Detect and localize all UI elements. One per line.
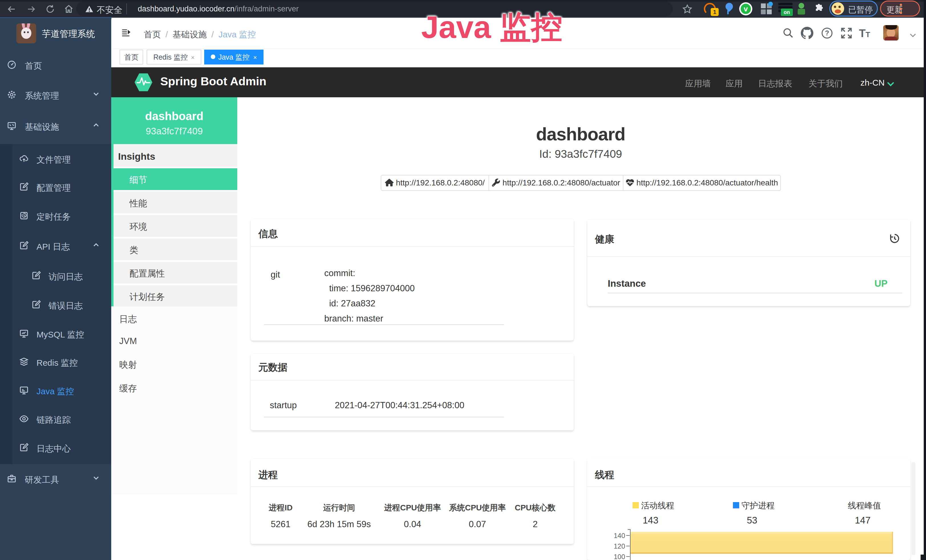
svg-text:?: ? <box>825 29 829 37</box>
